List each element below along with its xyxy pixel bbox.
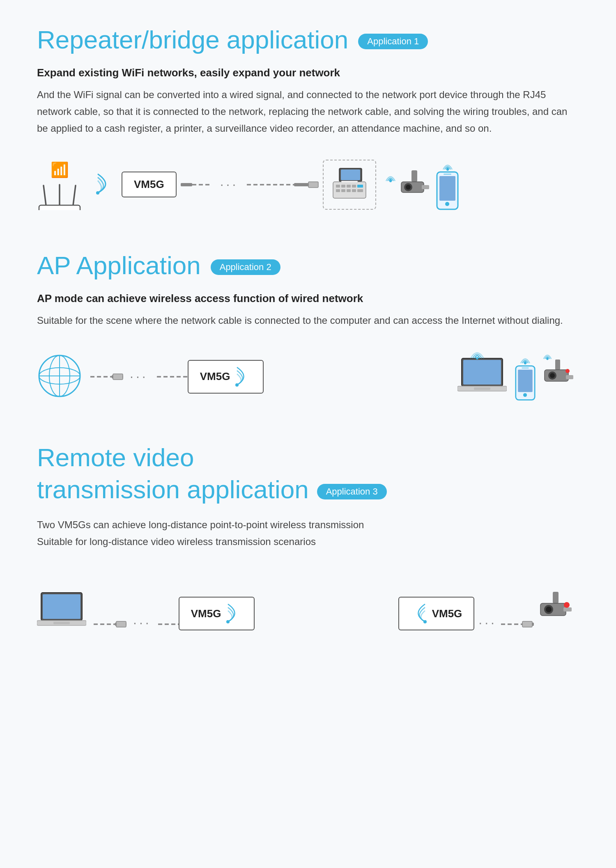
svg-rect-34 (422, 185, 429, 189)
section1-title-row: Repeater/bridge application Application … (37, 25, 579, 55)
svg-rect-61 (555, 360, 560, 370)
svg-point-85 (564, 602, 570, 608)
svg-rect-46 (113, 374, 123, 380)
section-1: Repeater/bridge application Application … (37, 25, 579, 218)
svg-rect-57 (518, 370, 532, 392)
svg-rect-18 (336, 185, 340, 188)
svg-rect-24 (341, 189, 345, 192)
section1-subtitle: Expand existing WiFi networks, easily ex… (37, 66, 579, 79)
svg-rect-79 (522, 621, 532, 627)
svg-point-38 (445, 202, 449, 206)
section1-body: And the WiFi signal can be converted int… (37, 87, 571, 137)
svg-line-1 (44, 186, 46, 205)
section3-body-line2: Suitable for long-distance video wireles… (37, 534, 571, 550)
laptop-svg (457, 357, 507, 394)
svg-rect-72 (116, 621, 126, 627)
section2-badge: Application 2 (211, 259, 280, 275)
vm5g-wifi-right (235, 366, 251, 387)
phone2-with-wifi (515, 353, 536, 401)
svg-rect-66 (566, 375, 573, 379)
cable-from-vm5g-3b (501, 618, 534, 630)
dots-1: ··· (220, 177, 239, 192)
globe-icon-group (37, 353, 82, 400)
svg-rect-80 (553, 592, 559, 603)
svg-rect-4 (39, 205, 80, 210)
section3-title-top: Remote video (37, 442, 579, 473)
svg-point-55 (524, 362, 526, 364)
router-svg (37, 181, 82, 210)
section3-badge-row: transmission application Application 3 (37, 474, 579, 505)
svg-rect-19 (341, 185, 345, 188)
section3-title-line2: transmission application (37, 474, 309, 505)
svg-rect-39 (444, 174, 451, 175)
phone-group (436, 159, 459, 210)
svg-rect-26 (352, 189, 356, 192)
section2-body: Suitable for the scene where the network… (37, 312, 571, 329)
svg-rect-16 (341, 169, 360, 180)
dots-3a: ··· (133, 615, 152, 630)
svg-rect-10 (181, 183, 192, 186)
dashed-device-box (323, 160, 376, 210)
phone-wifi-icon (441, 159, 454, 171)
dots-3b: ··· (478, 615, 497, 630)
section3-body-line1: Two VM5Gs can achieve long-distance poin… (37, 517, 571, 534)
laptop-wifi-icon (470, 345, 485, 360)
globe-svg (37, 353, 82, 399)
cable-plug-3a (94, 618, 126, 630)
cable-dots-group: ··· (181, 177, 319, 192)
svg-point-75 (226, 620, 230, 623)
section1-title: Repeater/bridge application (37, 25, 348, 55)
laptop-with-wifi (457, 357, 507, 396)
camera3-svg (538, 592, 579, 629)
cable-left-svg (181, 179, 214, 191)
cable-plug-left-2 (90, 371, 123, 383)
svg-rect-28 (341, 181, 358, 183)
svg-rect-23 (336, 189, 340, 192)
svg-rect-27 (357, 189, 363, 192)
svg-rect-22 (357, 185, 363, 188)
laptop2-svg (37, 592, 86, 629)
svg-point-29 (389, 180, 392, 182)
section3-title-line1: Remote video (37, 442, 194, 473)
svg-rect-59 (522, 367, 529, 369)
svg-rect-21 (352, 185, 356, 188)
svg-point-64 (550, 373, 555, 378)
phone-with-wifi (436, 159, 459, 210)
vm5g-box-2: VM5G (188, 360, 264, 394)
svg-point-60 (546, 358, 548, 360)
svg-point-58 (523, 393, 527, 397)
svg-rect-70 (53, 622, 70, 624)
laptop2-group (37, 592, 86, 630)
vm5g-box-3b: VM5G (398, 597, 475, 630)
camera2-wifi-icon (542, 350, 553, 360)
wifi-arcs-svg (94, 172, 114, 197)
svg-line-3 (73, 186, 76, 205)
section-3: Remote video transmission application Ap… (37, 442, 579, 630)
svg-point-35 (446, 168, 449, 171)
section3-diagram: ··· VM5G (37, 565, 579, 630)
section1-diagram: 📶 (37, 152, 579, 218)
cash-register-icon (331, 166, 368, 203)
router-icon: 📶 (37, 159, 82, 210)
camera2-group (542, 360, 579, 394)
svg-rect-37 (439, 176, 455, 201)
security-camera-icon (399, 170, 432, 199)
router-group: 📶 (37, 159, 82, 210)
phone-icon (436, 171, 459, 210)
vm5g-box-1: VM5G (122, 172, 177, 197)
svg-rect-25 (347, 189, 351, 192)
dots-2: ··· (130, 369, 148, 384)
svg-rect-68 (43, 594, 80, 619)
svg-point-83 (546, 607, 552, 612)
wifi-signal-icon: 📶 (50, 160, 69, 180)
cable-to-vm5g (155, 371, 188, 383)
section3-title-row: Remote video transmission application Ap… (37, 442, 579, 505)
cable-to-vm5g-3a (158, 618, 179, 630)
camera-with-wifi (384, 170, 432, 199)
svg-rect-84 (563, 607, 572, 611)
svg-point-49 (235, 383, 239, 387)
section-2: AP Application Application 2 AP mode can… (37, 250, 579, 410)
phone2-wifi-icon (519, 353, 531, 365)
cable-right-svg (245, 179, 319, 191)
laptop-group (457, 357, 507, 396)
